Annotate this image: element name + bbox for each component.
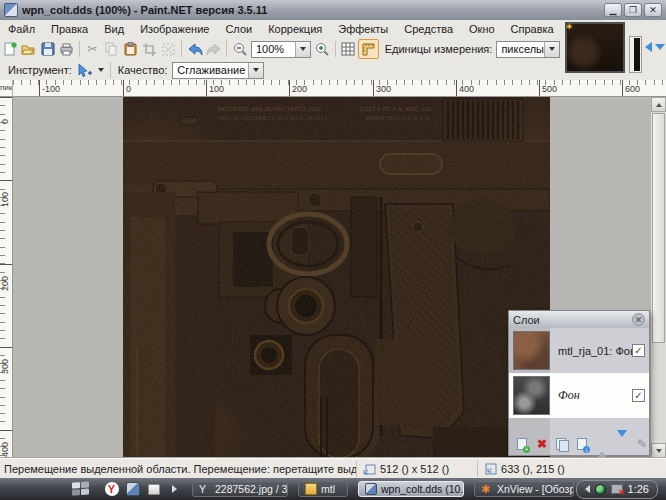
task-button-folder[interactable]: mtl xyxy=(298,481,348,497)
layer-row-background[interactable]: Фон ✓ xyxy=(509,373,649,418)
horizontal-ruler: -100 0 100 200 300 400 500 600 xyxy=(0,80,666,97)
ruler-units-corner: пик xyxy=(0,80,13,97)
window-title: wpn_colt.dds (100%) - Paint.NET версия 3… xyxy=(22,4,267,16)
duplicate-layer-icon[interactable] xyxy=(555,437,569,452)
task-button-image[interactable]: Y 2287562.jpg / 3... xyxy=(192,481,288,497)
scroll-down-icon[interactable] xyxy=(651,443,666,458)
paste-icon[interactable] xyxy=(121,40,140,58)
h-ruler-label: 400 xyxy=(456,80,474,96)
menu-utilities[interactable]: Средства xyxy=(396,20,461,38)
zoom-level-value: 100% xyxy=(252,43,295,55)
status-bar: Перемещение выделенной области. Перемеще… xyxy=(0,458,666,478)
resize-icon xyxy=(363,462,376,475)
layer-row-top[interactable]: mtl_rja_01: Фон ✓ xyxy=(509,328,649,373)
units-value: пикселы xyxy=(497,43,544,55)
cursor-position-icon xyxy=(484,462,497,475)
task-button-xnview[interactable]: ✱ XnView - [Обозр... xyxy=(474,481,574,497)
cube-quicklaunch-icon[interactable] xyxy=(146,482,161,497)
layers-panel-close-icon[interactable]: ✕ xyxy=(632,313,645,326)
paint-net-task-icon xyxy=(365,483,377,495)
quality-combobox[interactable]: Сглаживание xyxy=(172,62,264,79)
menu-help[interactable]: Справка xyxy=(503,20,562,38)
restore-button[interactable]: ❐ xyxy=(624,3,642,17)
scroll-up-icon[interactable] xyxy=(651,97,666,112)
paint-net-app-icon xyxy=(4,3,18,17)
menu-bar: Файл Правка Вид Изображение Слои Коррекц… xyxy=(0,20,560,38)
menu-edit[interactable]: Правка xyxy=(43,20,96,38)
network-globe-icon[interactable] xyxy=(595,484,606,495)
yandex-quicklaunch-icon[interactable]: Y xyxy=(104,482,119,497)
image-size-value: 512 () x 512 () xyxy=(380,463,449,475)
layers-panel-titlebar[interactable]: Слои ✕ xyxy=(509,311,649,328)
quality-label: Качество: xyxy=(118,64,168,76)
move-layer-down-icon[interactable] xyxy=(615,437,629,452)
open-images-strip: ✶ xyxy=(560,20,666,80)
deselect-icon[interactable] xyxy=(159,40,178,58)
quick-launch: Y xyxy=(104,482,182,497)
task-button-paint-net[interactable]: wpn_colt.dds (10... xyxy=(358,481,464,497)
undo-icon[interactable] xyxy=(185,40,204,58)
crop-icon[interactable] xyxy=(140,40,159,58)
menu-adjustments[interactable]: Коррекция xyxy=(260,20,330,38)
xnview-task-icon: ✱ xyxy=(481,483,493,495)
h-ruler-label: 300 xyxy=(373,80,391,96)
menu-file[interactable]: Файл xyxy=(0,20,43,38)
print-icon[interactable] xyxy=(57,40,76,58)
main-toolbar: ✂ 100% xyxy=(0,38,560,60)
menu-image[interactable]: Изображение xyxy=(132,20,217,38)
zoom-level-combobox[interactable]: 100% xyxy=(251,41,311,58)
vertical-ruler: 0 100 200 300 400 xyxy=(0,97,13,458)
menu-window[interactable]: Окно xyxy=(461,20,503,38)
save-icon[interactable] xyxy=(38,40,57,58)
zoom-combo-arrow[interactable] xyxy=(295,42,310,57)
redo-icon[interactable] xyxy=(204,40,223,58)
close-button[interactable]: ✕ xyxy=(644,3,662,17)
zoom-in-icon[interactable] xyxy=(313,40,332,58)
strip-list-chevron-icon[interactable] xyxy=(655,44,665,50)
v-ruler-label: 300 xyxy=(0,347,12,358)
document-canvas[interactable]: PATENTED APR.20.1897.SEPT.9.1902 DEC.19.… xyxy=(123,97,550,458)
quality-combo-arrow[interactable] xyxy=(248,63,263,78)
minimize-button[interactable]: ▁ xyxy=(604,3,622,17)
layer-properties-icon[interactable]: ✎ xyxy=(635,437,649,452)
layer-visibility-checkbox[interactable]: ✓ xyxy=(632,389,645,402)
menu-effects[interactable]: Эффекты xyxy=(330,20,396,38)
canvas-vertical-scrollbar[interactable] xyxy=(651,97,666,458)
cursor-position-value: 633 (), 215 () xyxy=(501,463,565,475)
delete-layer-icon[interactable]: ✖ xyxy=(535,437,549,452)
move-selection-tool-icon[interactable] xyxy=(76,61,95,79)
network-disconnected-icon[interactable] xyxy=(611,484,623,494)
layer-name: Фон xyxy=(550,388,632,403)
move-layer-up-icon[interactable] xyxy=(595,437,609,452)
scrollbar-thumb[interactable] xyxy=(652,113,665,343)
menu-view[interactable]: Вид xyxy=(96,20,132,38)
layer-thumbnail-brown xyxy=(513,331,550,370)
layers-toolbar: + ✖ ↓ ✎ xyxy=(509,435,649,453)
rulers-toggle-icon[interactable] xyxy=(358,39,379,59)
copy-icon[interactable] xyxy=(102,40,121,58)
new-file-icon[interactable] xyxy=(0,40,19,58)
second-image-thumbnail[interactable] xyxy=(629,36,642,73)
units-combobox[interactable]: пикселы xyxy=(496,41,560,58)
zoom-out-icon[interactable] xyxy=(230,40,249,58)
layer-visibility-checkbox[interactable]: ✓ xyxy=(632,344,645,357)
tray-collapse-icon[interactable] xyxy=(585,485,590,493)
open-file-icon[interactable] xyxy=(19,40,38,58)
unsaved-star-icon: ✶ xyxy=(565,21,573,32)
strip-scroll-left-icon[interactable] xyxy=(645,42,652,52)
active-image-thumbnail[interactable]: ✶ xyxy=(565,22,625,73)
units-label: Единицы измерения: xyxy=(385,43,493,55)
cut-icon[interactable]: ✂ xyxy=(83,40,102,58)
units-combo-arrow[interactable] xyxy=(544,42,559,57)
menu-layers[interactable]: Слои xyxy=(217,20,260,38)
start-button-icon[interactable] xyxy=(72,481,90,496)
tool-label: Инструмент: xyxy=(8,64,72,76)
merge-layer-down-icon[interactable]: ↓ xyxy=(575,437,589,452)
title-bar: wpn_colt.dds (100%) - Paint.NET версия 3… xyxy=(0,0,666,21)
h-ruler-label: 500 xyxy=(539,80,557,96)
grid-toggle-icon[interactable] xyxy=(339,40,358,58)
paint-net-quicklaunch-icon[interactable] xyxy=(125,482,140,497)
quicklaunch-expand-icon[interactable] xyxy=(167,482,182,497)
add-layer-icon[interactable]: + xyxy=(515,437,529,452)
tool-dropdown-arrow[interactable] xyxy=(95,61,107,79)
